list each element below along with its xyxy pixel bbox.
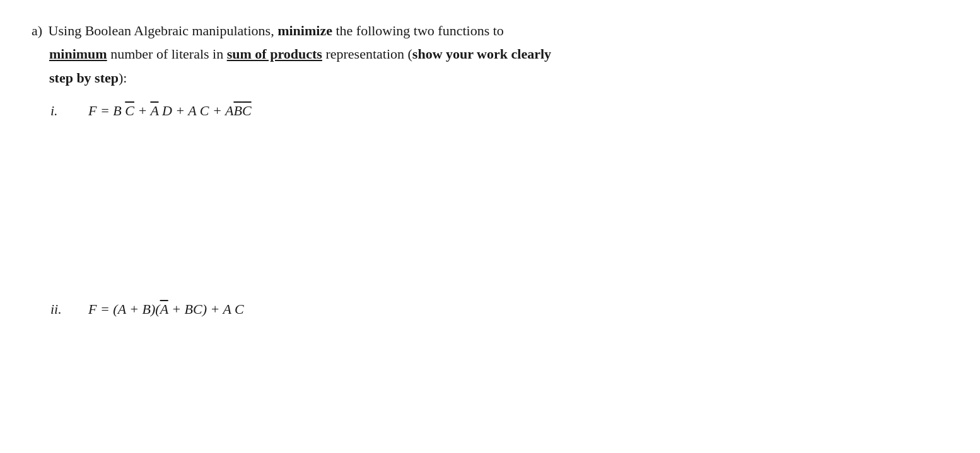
show-work-text: show your work clearly <box>412 46 551 62</box>
formula-i-text: F = B C + A D + A C + ABC <box>88 100 252 122</box>
intro-text-3: number of literals in <box>110 46 227 62</box>
question-container: a) Using Boolean Algebraic manipulations… <box>32 19 948 326</box>
sum-of-products: sum of products <box>227 46 322 62</box>
subparts-container: i. F = B C + A D + A C + ABC ii. F = (A … <box>32 100 948 325</box>
intro-text-1: Using Boolean Algebraic manipulations, <box>49 23 278 38</box>
formula-ii-text: F = (A + B)(A + BC) + A C <box>88 298 244 320</box>
formula-i: F = B C + A D + A C + ABC <box>88 100 252 122</box>
formula-ii: F = (A + B)(A + BC) + A C <box>88 298 244 320</box>
subpart-ii-label: ii. <box>50 298 88 320</box>
subpart-ii: ii. F = (A + B)(A + BC) + A C <box>50 298 948 320</box>
subpart-i: i. F = B C + A D + A C + ABC <box>50 100 948 122</box>
minimum-word: minimum <box>49 46 107 62</box>
part-label: a) <box>32 23 42 38</box>
closing-paren: ): <box>119 70 127 86</box>
intro-text-2: the following two functions to <box>332 23 504 38</box>
intro-line-3: step by step): <box>32 66 948 89</box>
intro-line-2: minimum number of literals in sum of pro… <box>32 42 948 66</box>
step-by-step: step by step <box>49 70 119 86</box>
part-a: a) Using Boolean Algebraic manipulations… <box>32 19 948 326</box>
intro-text-4: representation ( <box>325 46 412 62</box>
minimize-word: minimize <box>277 23 332 38</box>
subpart-i-label: i. <box>50 100 88 122</box>
intro-paragraph: a) Using Boolean Algebraic manipulations… <box>32 19 948 42</box>
